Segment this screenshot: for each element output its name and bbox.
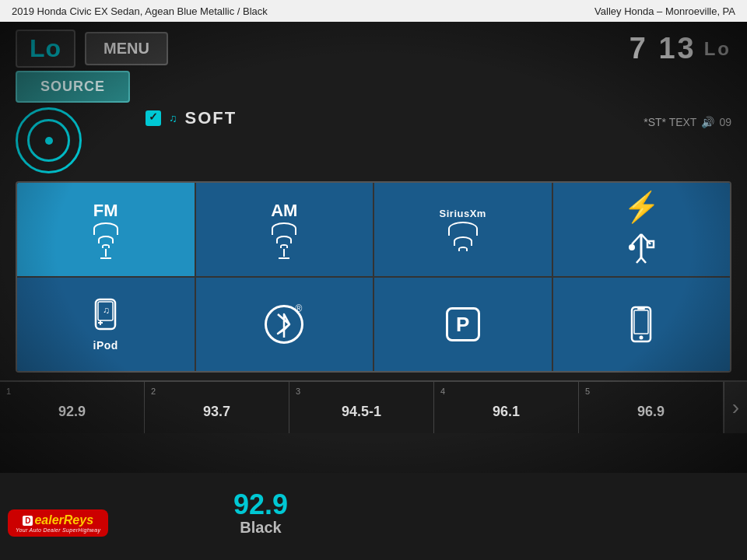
source-ipod-button[interactable]: ♫ iPod	[17, 278, 195, 371]
svg-line-1	[632, 234, 641, 244]
menu-button[interactable]: MENU	[85, 32, 168, 65]
lo-badge: Lo	[16, 30, 75, 68]
dealer-tagline: Your Auto Dealer SuperHighway	[16, 527, 100, 533]
preset-2-freq: 93.7	[203, 404, 230, 420]
am-icon: AM	[271, 201, 297, 259]
preset-3-number: 3	[296, 387, 300, 396]
source-phone-button[interactable]	[553, 278, 731, 371]
preset-5-number: 5	[585, 387, 590, 396]
st-text-area: *ST* TEXT 🔊 09	[644, 116, 731, 128]
preset-3[interactable]: 3 94.5-1	[289, 382, 434, 433]
source-am-button[interactable]: AM	[196, 183, 374, 276]
presets-bar: 1 92.9 2 93.7 3 94.5-1 4 96.1 5 96.9	[0, 380, 747, 433]
preset-4-freq: 96.1	[493, 404, 520, 420]
preset-1[interactable]: 1 92.9	[0, 382, 145, 433]
dealer-logo-text: ealerReys	[34, 513, 93, 527]
preset-4[interactable]: 4 96.1	[434, 382, 579, 433]
fm-icon: FM	[93, 201, 118, 259]
svg-point-14	[640, 336, 644, 340]
phone-icon	[630, 306, 653, 343]
station-overlay: 92.9 Black	[205, 491, 316, 537]
dealer-logo-d: D	[23, 516, 33, 526]
soft-label: SOFT	[185, 108, 237, 128]
source-grid: FM AM	[17, 183, 730, 371]
chevron-right-button[interactable]	[724, 382, 747, 433]
preset-5[interactable]: 5 96.9	[579, 382, 724, 433]
time-display: 7 13 Lo	[630, 32, 731, 65]
svg-rect-13	[634, 310, 648, 334]
source-usb-button[interactable]: ⚡	[553, 183, 731, 276]
svg-line-5	[637, 257, 641, 263]
top-info-bar: 2019 Honda Civic EX Sedan, Agean Blue Me…	[0, 0, 747, 22]
infotainment-screen: Lo MENU 7 13 Lo SOURCE ♫ SO	[0, 22, 747, 473]
dealer-logo-section: D ealerReys Your Auto Dealer SuperHighwa…	[8, 509, 108, 537]
source-siriusxm-button[interactable]: SiriusXm	[374, 183, 552, 276]
top-dealership: Valley Honda – Monroeville, PA	[594, 5, 735, 17]
preset-4-number: 4	[440, 387, 445, 396]
ipod-label: iPod	[93, 339, 118, 352]
usb-trident-svg	[626, 230, 657, 269]
station-freq-big: 92.9	[233, 491, 288, 519]
antenna-dot	[45, 137, 53, 145]
middle-section: SOURCE ♫ SOFT *ST* TEXT 🔊 09	[0, 71, 747, 173]
svg-point-3	[629, 244, 635, 250]
preset-5-freq: 96.9	[637, 404, 665, 420]
checkbox-icon	[146, 110, 161, 126]
preset-1-freq: 92.9	[58, 404, 86, 420]
bluetooth-icon: ®	[265, 303, 303, 346]
ipod-svg: ♫	[92, 298, 119, 333]
source-grid-container: FM AM	[16, 181, 731, 373]
station-name-big: Black	[240, 519, 281, 537]
preset-1-number: 1	[6, 387, 11, 396]
phone-svg	[630, 306, 653, 343]
preset-2-number: 2	[151, 387, 156, 396]
speaker-icon: 🔊	[701, 116, 714, 128]
svg-line-6	[641, 257, 646, 263]
source-pandora-button[interactable]: P	[374, 278, 552, 371]
svg-text:♫: ♫	[103, 305, 110, 316]
st-text-label: *ST* TEXT	[644, 116, 696, 128]
source-fm-button[interactable]: FM	[17, 183, 195, 276]
top-car-info: 2019 Honda Civic EX Sedan, Agean Blue Me…	[12, 5, 268, 17]
music-note-icon: ♫	[169, 112, 177, 124]
source-button-row: SOURCE	[16, 71, 130, 103]
volume-value: 09	[719, 116, 731, 128]
preset-3-freq: 94.5-1	[342, 404, 381, 420]
preset-2[interactable]: 2 93.7	[145, 382, 289, 433]
source-bluetooth-button[interactable]: ®	[196, 278, 374, 371]
dealer-logo: D ealerReys Your Auto Dealer SuperHighwa…	[8, 509, 108, 537]
svg-line-2	[641, 234, 651, 244]
antenna-inner-circle	[27, 119, 70, 162]
antenna-outer-circle	[16, 107, 82, 173]
siriusxm-icon: SiriusXm	[440, 208, 486, 251]
ipod-icon: ♫	[92, 298, 119, 333]
pandora-p: P	[446, 307, 480, 341]
screen-header: Lo MENU 7 13 Lo	[0, 22, 747, 68]
usb-icon: ⚡	[623, 190, 660, 224]
time-lo-label: Lo	[704, 38, 731, 60]
source-button[interactable]: SOURCE	[16, 71, 130, 103]
time-value: 7 13	[630, 32, 696, 65]
pandora-icon: P	[446, 307, 480, 341]
